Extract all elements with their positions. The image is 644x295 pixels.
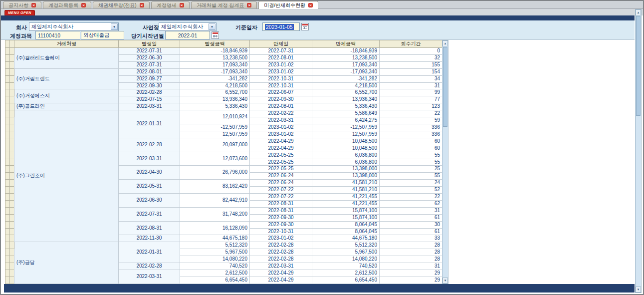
cell-sdate[interactable]: 2022-04-29 [250,277,312,284]
cell-oamt[interactable]: 12,010,924 [180,110,250,124]
cell-odate[interactable]: 2022-09-30 [119,82,180,89]
cell-oamt[interactable]: 5,336,430 [180,103,250,110]
row-gutter-cell[interactable] [10,173,14,180]
cell-odate[interactable]: 2022-02-28 [119,138,180,152]
cell-oamt[interactable]: -341,282 [180,75,250,82]
cell-sdate[interactable]: 2022-04-29 [250,138,312,145]
row-gutter-cell[interactable] [5,270,10,277]
row-gutter-cell[interactable] [10,200,14,207]
cell-samt[interactable]: 17,093,340 [312,61,380,68]
row-gutter-cell[interactable] [5,124,10,131]
cell-per[interactable]: 22 [380,194,442,201]
cell-oamt[interactable]: 83,162,420 [180,180,250,194]
cell-odate[interactable]: 2022-09-27 [119,75,180,82]
scrollbar-thumb[interactable] [636,16,641,116]
row-gutter-cell[interactable] [10,96,14,103]
row-gutter-cell[interactable] [10,207,14,214]
row-gutter-cell[interactable] [5,131,10,138]
row-gutter-cell[interactable] [5,152,10,159]
cell-per[interactable]: 30 [380,221,442,228]
cell-sdate[interactable]: 2022-06-07 [250,89,312,96]
row-gutter-cell[interactable] [5,145,10,152]
row-gutter-cell[interactable] [5,54,10,61]
cell-name[interactable]: (주)거림트렌드 [14,68,119,89]
cell-odate[interactable]: 2022-08-01 [119,68,180,75]
tab-close-icon[interactable]: × [31,3,36,7]
row-gutter-cell[interactable] [10,194,14,201]
cell-sdate[interactable]: 2022-08-01 [250,54,312,61]
cell-samt[interactable]: 41,221,455 [312,194,380,201]
cell-sdate[interactable]: 2022-09-30 [250,214,312,221]
row-gutter-cell[interactable] [5,110,10,117]
cell-samt[interactable]: 10,048,500 [312,145,380,152]
cell-per[interactable]: 28 [380,242,442,249]
row-gutter-cell[interactable] [5,82,10,89]
cell-samt[interactable]: -12,507,959 [312,124,380,131]
cell-samt[interactable]: 13,398,000 [312,166,380,173]
row-gutter-cell[interactable] [5,166,10,173]
cell-per[interactable]: 28 [380,256,442,263]
row-gutter-cell[interactable] [5,263,10,270]
cell-samt[interactable]: 740,520 [312,263,380,270]
tab-customer-account-summary[interactable]: 거래처별 계정 집계표 × [191,1,257,8]
cell-odate[interactable]: 2022-02-28 [119,89,180,96]
cell-sdate[interactable]: 2022-03-31 [250,117,312,124]
cell-per[interactable]: 55 [380,152,442,159]
chevron-down-icon[interactable]: ▼ [111,23,118,30]
cell-sdate[interactable]: 2022-07-31 [250,48,312,55]
cell-odate[interactable]: 2022-11-30 [119,235,180,242]
cell-oamt[interactable]: 5,512,320 [180,242,250,249]
row-gutter-cell[interactable] [5,75,10,82]
row-gutter-cell[interactable] [5,242,10,249]
cell-per[interactable]: 33 [380,235,442,242]
cell-per[interactable]: 31 [380,263,442,270]
row-gutter-cell[interactable] [10,242,14,249]
cell-samt[interactable]: -341,282 [312,75,380,82]
cell-oamt[interactable]: -12,507,959 [180,124,250,131]
row-gutter-cell[interactable] [5,89,10,96]
cell-odate[interactable]: 2022-02-28 [119,263,180,270]
row-gutter-cell[interactable] [5,180,10,187]
bottom-horizontal-bar[interactable] [4,284,635,293]
row-gutter-cell[interactable] [5,173,10,180]
cell-samt[interactable]: 2,612,500 [312,270,380,277]
cell-oamt[interactable]: 4,218,500 [180,82,250,89]
grid-vertical-scrollbar[interactable]: ▲ ▼ [442,40,448,284]
row-gutter-cell[interactable] [10,48,14,55]
col-header-collect-period[interactable]: 회수기간 [380,40,442,48]
row-gutter-cell[interactable] [5,48,10,55]
cell-oamt[interactable]: 6,654,450 [180,277,250,284]
cell-odate[interactable]: 2022-06-30 [119,194,180,208]
row-gutter-cell[interactable] [5,103,10,110]
row-gutter-cell[interactable] [5,277,10,284]
cell-sdate[interactable]: 2022-02-28 [250,256,312,263]
cell-samt[interactable]: 13,398,000 [312,173,380,180]
cell-samt[interactable]: 5,586,649 [312,110,380,117]
cell-per[interactable]: 32 [380,54,442,61]
row-gutter-cell[interactable] [5,249,10,256]
cell-oamt[interactable]: 14,080,220 [180,256,250,263]
cell-per[interactable]: 154 [380,68,442,75]
tab-account-register[interactable]: 계정과목등록 × [43,1,91,8]
cell-sdate[interactable]: 2022-10-31 [250,82,312,89]
cell-per[interactable]: 336 [380,124,442,131]
cell-oamt[interactable]: 13,238,500 [180,54,250,61]
tab-notices[interactable]: 공지사항 × [3,1,41,8]
cell-name[interactable]: (주)거성에스지 [14,89,119,103]
row-gutter-cell[interactable] [5,68,10,75]
cell-samt[interactable]: 5,512,320 [312,242,380,249]
cell-oamt[interactable]: 20,097,000 [180,138,250,152]
cell-per[interactable]: 31 [380,207,442,214]
cell-name[interactable]: (주)갤러리드슬레이 [14,48,119,69]
row-gutter-cell[interactable] [10,159,14,166]
cell-odate[interactable]: 2022-07-31 [119,48,180,55]
cell-odate[interactable]: 2022-01-31 [119,110,180,138]
chevron-down-icon[interactable]: ▼ [209,23,215,30]
scroll-down-icon[interactable]: ▼ [636,287,641,293]
table-row[interactable]: (주)갤러리드슬레이2022-07-31-18,846,9392022-07-3… [5,48,442,55]
cell-samt[interactable]: 41,581,210 [312,180,380,187]
cell-oamt[interactable]: 6,552,700 [180,89,250,96]
account-code-input[interactable]: 11100410 [35,31,80,39]
row-gutter-cell[interactable] [10,228,14,235]
cell-samt[interactable]: 5,336,430 [312,103,380,110]
